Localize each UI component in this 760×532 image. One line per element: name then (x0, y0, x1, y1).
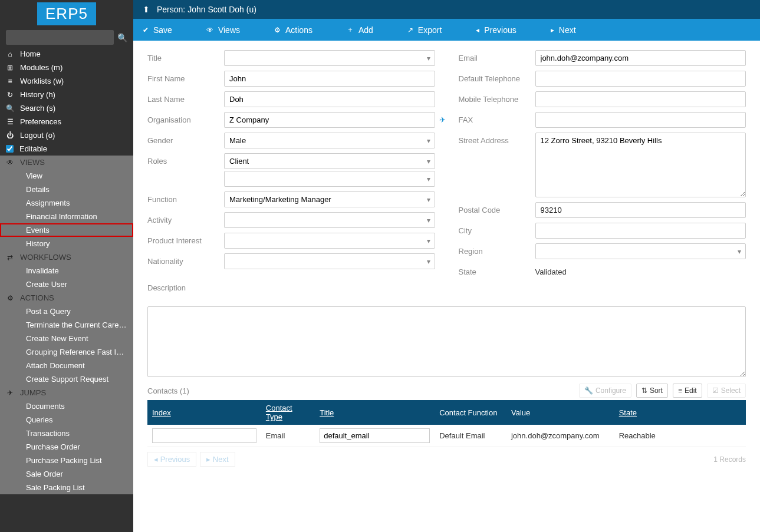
sort-icon: ⇅ (641, 386, 647, 395)
edit-button[interactable]: ≡Edit (673, 384, 702, 398)
app-logo[interactable]: ERP5 (37, 2, 96, 25)
section-item-sale-packing-list[interactable]: Sale Packing List (0, 481, 133, 494)
nav-item-logout-o-[interactable]: ⏻Logout (o) (0, 128, 133, 142)
section-item-financial-information[interactable]: Financial Information (0, 210, 133, 223)
cogs-icon: ⚙ (6, 294, 14, 302)
toolbar-next-button[interactable]: ▸Next (551, 19, 593, 41)
city-label: City (459, 223, 535, 235)
roles-label: Roles (147, 153, 224, 166)
col-index[interactable]: Index (147, 400, 261, 425)
section-item-sale-order[interactable]: Sale Order (0, 467, 133, 481)
activity-select[interactable] (224, 212, 435, 228)
nav-item-home[interactable]: ⌂Home (0, 47, 133, 61)
toolbar-export-button[interactable]: ↗Export (407, 19, 458, 41)
list-icon: ≡ (678, 386, 682, 395)
section-item-terminate-the-current-career-[interactable]: Terminate the Current Career… (0, 318, 133, 332)
section-item-details[interactable]: Details (0, 183, 133, 196)
col-contact-function[interactable]: Contact Function (435, 400, 506, 425)
toolbar: ✔Save👁Views⚙Actions＋Add↗Export◂Previous▸… (133, 19, 760, 41)
table-row[interactable]: EmailDefault Emailjohn.doh@zcompany.comR… (147, 425, 746, 447)
sidebar-search-input[interactable] (6, 30, 114, 45)
section-item-history[interactable]: History (0, 237, 133, 250)
gender-select[interactable] (224, 133, 435, 148)
select-button[interactable]: ☑Select (707, 384, 746, 398)
editable-checkbox[interactable] (6, 145, 14, 153)
section-item-transactions[interactable]: Transactions (0, 427, 133, 440)
section-item-assignments[interactable]: Assignments (0, 196, 133, 210)
section-item-grouping-reference-fast-input[interactable]: Grouping Reference Fast Input (0, 345, 133, 359)
default-telephone-input[interactable] (535, 71, 746, 87)
toolbar-add-button[interactable]: ＋Add (347, 19, 390, 41)
back-icon[interactable]: ⬆ (143, 5, 150, 14)
check-icon: ☑ (712, 386, 719, 395)
configure-button[interactable]: 🔧Configure (579, 384, 631, 398)
section-item-post-a-query[interactable]: Post a Query (0, 305, 133, 318)
sidebar: ERP5 🔍 ⌂Home⊞Modules (m)≡Worklists (w)↻H… (0, 0, 133, 532)
section-item-queries[interactable]: Queries (0, 413, 133, 427)
fax-label: FAX (459, 112, 535, 124)
breadcrumb-text: Person: John Scott Doh (u) (157, 5, 256, 14)
sort-button[interactable]: ⇅Sort (636, 384, 668, 398)
contacts-table: Index Contact Type Title Contact Functio… (147, 400, 746, 447)
section-item-create-new-event[interactable]: Create New Event (0, 332, 133, 345)
title-select[interactable] (224, 50, 435, 66)
activity-label: Activity (147, 212, 224, 224)
history-icon: ↻ (6, 91, 14, 99)
title-label: Title (147, 50, 224, 62)
region-select[interactable] (535, 243, 746, 259)
section-item-create-support-request[interactable]: Create Support Request (0, 372, 133, 386)
mobile-telephone-input[interactable] (535, 91, 746, 107)
nav-item-preferences[interactable]: ☰Preferences (0, 115, 133, 128)
nav-item-modules-m-[interactable]: ⊞Modules (m) (0, 61, 133, 74)
organisation-label: Organisation (147, 112, 224, 124)
col-title[interactable]: Title (315, 400, 435, 425)
email-input[interactable] (535, 50, 746, 66)
toolbar-previous-button[interactable]: ◂Previous (476, 19, 532, 41)
home-icon: ⌂ (6, 50, 14, 58)
roles-select-2[interactable] (224, 171, 435, 187)
toolbar-save-button[interactable]: ✔Save (143, 19, 189, 41)
function-select[interactable] (224, 191, 435, 207)
section-item-invalidate[interactable]: Invalidate (0, 264, 133, 277)
row-index-input[interactable] (152, 428, 256, 443)
roles-select-1[interactable] (224, 153, 435, 169)
street-address-input[interactable]: 12 Zorro Street, 93210 Beverly Hills (535, 133, 746, 197)
contacts-next-button[interactable]: ▸ Next (200, 452, 235, 467)
col-contact-type[interactable]: Contact Type (261, 400, 315, 425)
mob-tel-label: Mobile Telephone (459, 91, 535, 104)
last-name-input[interactable] (224, 91, 435, 107)
section-item-documents[interactable]: Documents (0, 399, 133, 413)
section-item-purchase-order[interactable]: Purchase Order (0, 440, 133, 454)
gender-label: Gender (147, 133, 224, 145)
toolbar-views-button[interactable]: 👁Views (206, 19, 256, 41)
power-icon: ⏻ (6, 131, 14, 140)
col-state[interactable]: State (614, 400, 746, 425)
section-item-events[interactable]: Events (0, 223, 133, 237)
section-item-create-user[interactable]: Create User (0, 277, 133, 291)
nav-item-history-h-[interactable]: ↻History (h) (0, 88, 133, 101)
toolbar-actions-button[interactable]: ⚙Actions (274, 19, 329, 41)
row-title-input[interactable] (320, 428, 430, 443)
section-item-attach-document[interactable]: Attach Document (0, 359, 133, 372)
nationality-label: Nationality (147, 253, 224, 266)
nationality-select[interactable] (224, 253, 435, 269)
section-item-view[interactable]: View (0, 169, 133, 183)
section-item-purchase-packing-list[interactable]: Purchase Packing List (0, 454, 133, 467)
city-input[interactable] (535, 223, 746, 239)
product-interest-select[interactable] (224, 233, 435, 249)
nav-item-editable[interactable]: Editable (0, 142, 133, 156)
col-value[interactable]: Value (506, 400, 614, 425)
organisation-input[interactable] (224, 112, 435, 128)
email-label: Email (459, 50, 535, 62)
nav-item-search-s-[interactable]: 🔍Search (s) (0, 101, 133, 115)
fax-input[interactable] (535, 112, 746, 128)
first-name-input[interactable] (224, 71, 435, 87)
contacts-prev-button[interactable]: ◂ Previous (147, 452, 196, 467)
puzzle-icon: ⊞ (6, 64, 14, 72)
description-input[interactable] (147, 306, 746, 377)
nav-item-worklists-w-[interactable]: ≡Worklists (w) (0, 74, 133, 88)
search-icon[interactable]: 🔍 (117, 33, 127, 42)
plane-icon[interactable]: ✈ (439, 115, 446, 124)
postal-code-input[interactable] (535, 202, 746, 218)
nav-item-label: Preferences (20, 117, 61, 126)
